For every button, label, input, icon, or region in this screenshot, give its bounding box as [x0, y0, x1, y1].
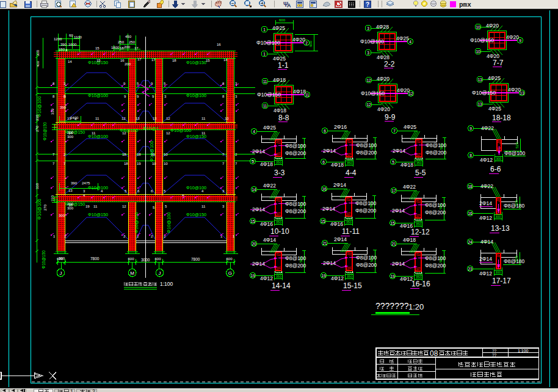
svg-text:14: 14: [223, 58, 228, 62]
svg-text:17: 17: [391, 189, 396, 193]
svg-text:4Φ20: 4Φ20: [506, 34, 519, 40]
svg-text:9: 9: [469, 126, 472, 131]
svg-text:200: 200: [124, 45, 131, 49]
svg-text:13-13: 13-13: [491, 224, 510, 233]
svg-text:A: A: [287, 2, 291, 9]
svg-text:4Φ25: 4Φ25: [263, 125, 276, 131]
svg-text:600: 600: [155, 257, 162, 261]
svg-text:Φ8@200: Φ8@200: [285, 150, 306, 156]
svg-text:15: 15: [206, 59, 210, 62]
svg-text:60: 60: [69, 34, 73, 37]
svg-text:390: 390: [71, 181, 78, 185]
svg-text:4Φ20: 4Φ20: [292, 37, 305, 43]
svg-text:330: 330: [35, 114, 39, 121]
svg-text:2Φ14: 2Φ14: [252, 206, 265, 212]
svg-text:1: 1: [263, 52, 266, 56]
svg-text:9-9: 9-9: [385, 113, 396, 122]
svg-text:4Φ18: 4Φ18: [331, 162, 344, 168]
svg-text:Φ8@200: Φ8@200: [356, 150, 377, 156]
svg-text:Φ8@100: Φ8@100: [355, 200, 377, 206]
svg-text:11: 11: [201, 205, 206, 208]
svg-text:300: 300: [495, 215, 501, 219]
svg-text:Φ8@200: Φ8@200: [285, 208, 306, 214]
svg-text:1: 1: [263, 27, 266, 32]
svg-text:330: 330: [35, 183, 39, 189]
svg-text:270: 270: [43, 204, 47, 211]
svg-text:Φ10@150: Φ10@150: [43, 122, 47, 140]
svg-text:4Φ25: 4Φ25: [396, 35, 409, 42]
svg-text:300: 300: [67, 206, 74, 210]
svg-text:17: 17: [137, 57, 142, 61]
svg-text:350: 350: [347, 161, 352, 165]
svg-text:pmx: pmx: [459, 1, 471, 9]
svg-text:Φ10@100: Φ10@100: [149, 141, 154, 162]
svg-text:Φ10@100: Φ10@100: [170, 128, 191, 133]
svg-text:16: 16: [468, 211, 473, 216]
svg-text:4: 4: [409, 40, 411, 44]
svg-text:5: 5: [392, 160, 394, 164]
svg-text:Φ8@100: Φ8@100: [425, 255, 446, 261]
svg-text:7800: 7800: [90, 256, 100, 261]
svg-text:12: 12: [122, 131, 126, 135]
svg-text:300: 300: [495, 270, 501, 274]
svg-text:390: 390: [60, 43, 67, 46]
svg-text:J: J: [59, 270, 62, 276]
svg-text:15: 15: [390, 221, 395, 225]
svg-text:17: 17: [151, 58, 156, 62]
svg-text:600: 600: [128, 257, 135, 261]
svg-text:Φ8@100: Φ8@100: [425, 202, 446, 208]
svg-text:200: 200: [125, 62, 131, 66]
svg-text:4Φ12: 4Φ12: [479, 270, 492, 277]
svg-text:4Φ12: 4Φ12: [260, 275, 273, 281]
svg-text:6: 6: [322, 160, 325, 164]
svg-text:13: 13: [477, 102, 482, 106]
svg-text:Φ8@200: Φ8@200: [425, 209, 446, 216]
svg-text:15: 15: [95, 46, 100, 50]
svg-text:18: 18: [122, 153, 126, 156]
svg-text:350: 350: [416, 275, 421, 279]
svg-text:300: 300: [59, 214, 65, 217]
svg-text:Φ10@150: Φ10@150: [257, 92, 281, 98]
svg-text:08: 08: [430, 349, 438, 358]
svg-text:Φ10@100: Φ10@100: [360, 38, 384, 45]
svg-text:20: 20: [252, 242, 256, 246]
svg-text:11: 11: [201, 131, 206, 135]
svg-text:?: ?: [366, 1, 369, 8]
svg-text:Φ10@100: Φ10@100: [37, 96, 42, 117]
svg-text:2Φ14: 2Φ14: [322, 206, 335, 212]
svg-text:10: 10: [164, 162, 168, 165]
svg-text:4Φ25: 4Φ25: [404, 124, 416, 130]
svg-text:11: 11: [263, 104, 267, 108]
svg-text:2Φ16: 2Φ16: [334, 124, 347, 130]
svg-text:4Φ22: 4Φ22: [480, 183, 493, 189]
svg-text:11-11: 11-11: [342, 227, 360, 236]
svg-text:4Φ20: 4Φ20: [486, 23, 499, 29]
svg-text:Φ8@200: Φ8@200: [285, 263, 306, 269]
svg-text:Φ8@100: Φ8@100: [356, 255, 377, 261]
svg-text:4Φ22: 4Φ22: [403, 184, 416, 190]
svg-text:1: 1: [70, 388, 73, 392]
svg-text:Φ10@1: Φ10@1: [143, 126, 159, 131]
svg-text:520: 520: [515, 142, 519, 148]
svg-text:3: 3: [367, 26, 369, 31]
svg-text:400: 400: [36, 60, 40, 67]
svg-text:Φ10@150: Φ10@150: [186, 212, 206, 217]
svg-text:10: 10: [476, 49, 480, 54]
svg-text:10-10: 10-10: [270, 227, 289, 236]
svg-text:7: 7: [393, 129, 396, 133]
svg-text:330: 330: [51, 108, 54, 115]
svg-text:350: 350: [276, 220, 281, 224]
svg-text:2Φ14: 2Φ14: [323, 260, 336, 266]
svg-text:2Φ14: 2Φ14: [252, 148, 265, 154]
svg-text:4Φ18: 4Φ18: [260, 161, 273, 167]
svg-text:13: 13: [68, 189, 73, 192]
svg-text:5-5: 5-5: [415, 169, 426, 177]
svg-text:2Φ14: 2Φ14: [333, 182, 346, 188]
svg-text:10: 10: [164, 153, 168, 156]
svg-text:4Φ25: 4Φ25: [488, 75, 501, 81]
svg-text:1:100: 1:100: [160, 281, 173, 287]
svg-text:Φ8@100: Φ8@100: [426, 142, 447, 148]
svg-text:21: 21: [391, 242, 396, 246]
svg-text:B: B: [63, 95, 66, 98]
svg-text:4: 4: [253, 129, 255, 134]
